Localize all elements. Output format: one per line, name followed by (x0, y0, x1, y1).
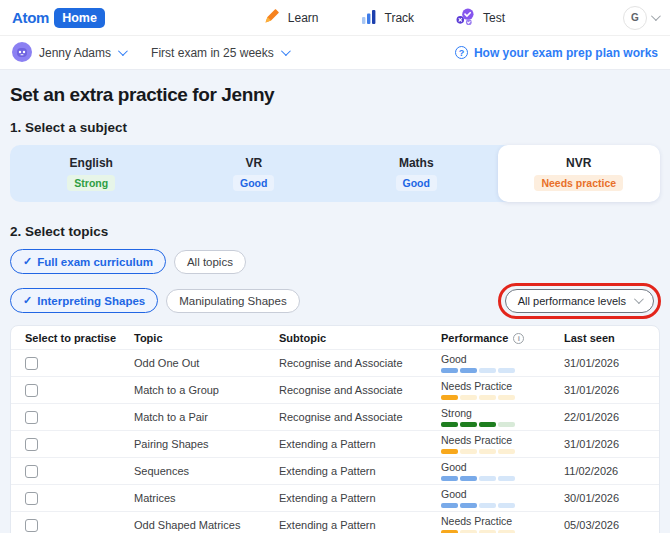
chip-full-exam-curriculum[interactable]: ✓ Full exam curriculum (10, 249, 166, 274)
table-row: Pairing Shapes Extending a Pattern Needs… (11, 431, 659, 458)
last-seen-cell: 31/01/2026 (564, 350, 659, 377)
nav-item-track[interactable]: Track (361, 9, 415, 27)
performance-bar (441, 503, 564, 508)
performance-cell: Needs Practice (441, 377, 564, 404)
subtopic-cell: Extending a Pattern (279, 512, 441, 533)
context-bar: Jenny Adams First exam in 25 weeks ? How… (0, 36, 670, 70)
select-cell (11, 350, 134, 377)
atom-home-logo[interactable]: Atom Home (12, 8, 105, 28)
student-selector[interactable]: Jenny Adams (12, 42, 125, 64)
performance-cell: Needs Practice (441, 431, 564, 458)
main-content: Set an extra practice for Jenny 1. Selec… (0, 70, 670, 533)
performance-segment (498, 422, 515, 427)
chip-interpreting-shapes[interactable]: ✓ Interpreting Shapes (10, 288, 158, 313)
row-checkbox[interactable] (25, 411, 38, 424)
subtopic-cell: Extending a Pattern (279, 485, 441, 512)
table-row: Odd One Out Recognise and Associate Good… (11, 350, 659, 377)
check-icon: ✓ (23, 255, 32, 268)
topic-cell: Match to a Group (134, 377, 279, 404)
table-row: Match to a Group Recognise and Associate… (11, 377, 659, 404)
subject-card-english[interactable]: English Strong (10, 145, 173, 202)
nav-item-test[interactable]: Test (456, 8, 505, 28)
performance-segment (460, 368, 477, 373)
topic-filter-row: ✓ Interpreting Shapes Manipulating Shape… (10, 288, 660, 313)
topic-cell: Matrices (134, 485, 279, 512)
topics-table: Select to practise Topic Subtopic Perfor… (11, 326, 659, 533)
last-seen-cell: 30/01/2026 (564, 485, 659, 512)
subtopic-cell: Recognise and Associate (279, 404, 441, 431)
table-body: Odd One Out Recognise and Associate Good… (11, 350, 659, 533)
last-seen-cell: 05/03/2026 (564, 512, 659, 533)
performance-segment (498, 449, 515, 454)
row-checkbox[interactable] (25, 519, 38, 532)
exam-prep-help-link[interactable]: ? How your exam prep plan works (455, 46, 658, 60)
performance-segment (460, 422, 477, 427)
subject-card-vr[interactable]: VR Good (173, 145, 336, 202)
last-seen-cell: 31/01/2026 (564, 431, 659, 458)
performance-levels-dropdown[interactable]: All performance levels (505, 289, 654, 313)
table-row: Matrices Extending a Pattern Good 30/01/… (11, 485, 659, 512)
performance-segment (460, 476, 477, 481)
question-circle-icon: ? (455, 46, 468, 59)
performance-segment (441, 368, 458, 373)
performance-label: Good (441, 354, 564, 365)
nav-label-track: Track (385, 11, 415, 25)
performance-segment (498, 503, 515, 508)
student-name: Jenny Adams (39, 46, 111, 60)
row-checkbox[interactable] (25, 492, 38, 505)
performance-segment (460, 395, 477, 400)
chip-label: Interpreting Shapes (37, 295, 145, 307)
table-row: Sequences Extending a Pattern Good 11/02… (11, 458, 659, 485)
topic-cell: Pairing Shapes (134, 431, 279, 458)
subject-selector-row: English Strong VR Good Maths Good NVR Ne… (10, 145, 660, 202)
performance-bar (441, 449, 564, 454)
topic-cell: Match to a Pair (134, 404, 279, 431)
status-badge: Strong (67, 175, 115, 191)
page-title: Set an extra practice for Jenny (10, 84, 660, 106)
check-icon: ✓ (23, 294, 32, 307)
subject-card-maths[interactable]: Maths Good (335, 145, 498, 202)
status-badge: Good (396, 175, 437, 191)
column-header-label: Performance (441, 332, 508, 344)
nav-label-test: Test (483, 11, 505, 25)
performance-segment (479, 476, 496, 481)
performance-label: Needs Practice (441, 435, 564, 446)
topic-cell: Odd Shaped Matrices (134, 512, 279, 533)
row-checkbox[interactable] (25, 357, 38, 370)
logo-home-badge: Home (54, 8, 105, 28)
info-icon[interactable]: i (513, 333, 524, 344)
chevron-down-icon (118, 46, 128, 56)
performance-label: Strong (441, 408, 564, 419)
exam-countdown-label: First exam in 25 weeks (151, 46, 274, 60)
chip-manipulating-shapes[interactable]: Manipulating Shapes (166, 289, 299, 313)
logo-brand-text: Atom (12, 9, 49, 26)
performance-segment (498, 476, 515, 481)
student-avatar-icon (12, 42, 32, 64)
pencil-icon (263, 8, 280, 27)
nav-item-learn[interactable]: Learn (263, 8, 319, 27)
row-checkbox[interactable] (25, 465, 38, 478)
performance-segment (498, 395, 515, 400)
status-badge: Good (233, 175, 274, 191)
account-menu[interactable]: G (623, 6, 658, 30)
row-checkbox[interactable] (25, 438, 38, 451)
subject-section-heading: 1. Select a subject (10, 120, 660, 135)
curriculum-filter-row: ✓ Full exam curriculum All topics (10, 249, 660, 274)
row-checkbox[interactable] (25, 384, 38, 397)
chip-all-topics[interactable]: All topics (174, 250, 246, 274)
performance-dropdown-wrap: All performance levels (505, 289, 654, 313)
performance-segment (479, 368, 496, 373)
table-row: Odd Shaped Matrices Extending a Pattern … (11, 512, 659, 533)
subject-card-nvr[interactable]: NVR Needs practice (498, 145, 661, 202)
performance-cell: Needs Practice (441, 512, 564, 533)
performance-label: Needs Practice (441, 516, 564, 527)
select-cell (11, 404, 134, 431)
exam-countdown-selector[interactable]: First exam in 25 weeks (151, 46, 288, 60)
topics-table-card: Select to practise Topic Subtopic Perfor… (10, 325, 660, 533)
select-cell (11, 512, 134, 533)
last-seen-cell: 11/02/2026 (564, 458, 659, 485)
performance-segment (441, 395, 458, 400)
select-cell (11, 431, 134, 458)
bar-chart-icon (361, 9, 377, 27)
chevron-down-icon (634, 294, 644, 304)
